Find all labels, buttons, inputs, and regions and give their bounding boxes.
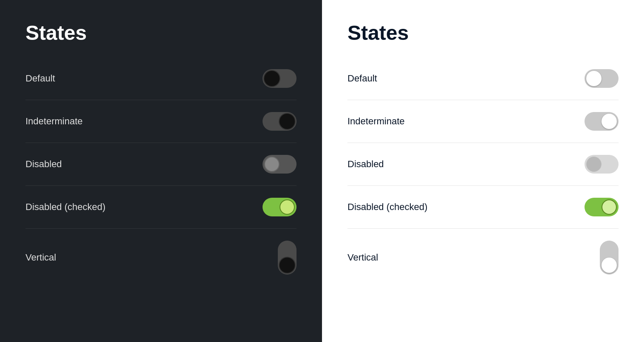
- dark-disabled-toggle: [263, 155, 297, 174]
- light-disabled-row: Disabled: [347, 143, 619, 185]
- dark-disabled-checked-row: Disabled (checked): [25, 186, 297, 228]
- dark-indeterminate-label: Indeterminate: [25, 116, 83, 127]
- light-panel-title: States: [347, 21, 619, 45]
- light-vertical-thumb: [602, 258, 617, 273]
- dark-default-label: Default: [25, 73, 55, 84]
- dark-disabled-checked-toggle: [263, 198, 297, 216]
- dark-vertical-row: Vertical: [25, 229, 297, 286]
- light-indeterminate-toggle[interactable]: [585, 112, 619, 131]
- dark-disabled-label: Disabled: [25, 159, 62, 170]
- light-disabled-toggle: [585, 155, 619, 174]
- dark-default-row: Default: [25, 57, 297, 100]
- dark-panel: States Default Indeterminate Disabled Di…: [0, 0, 322, 342]
- dark-indeterminate-toggle[interactable]: [263, 112, 297, 131]
- dark-panel-title: States: [25, 21, 297, 45]
- dark-default-toggle[interactable]: [263, 69, 297, 88]
- light-vertical-label: Vertical: [347, 252, 378, 263]
- dark-vertical-toggle[interactable]: [278, 241, 297, 275]
- dark-vertical-thumb: [280, 258, 295, 273]
- dark-default-thumb: [264, 71, 280, 86]
- light-disabled-checked-toggle: [585, 198, 619, 216]
- light-disabled-thumb: [586, 157, 602, 172]
- light-default-thumb: [586, 71, 602, 86]
- light-disabled-checked-row: Disabled (checked): [347, 186, 619, 228]
- light-default-row: Default: [347, 57, 619, 100]
- light-disabled-label: Disabled: [347, 159, 384, 170]
- light-default-label: Default: [347, 73, 377, 84]
- light-default-toggle[interactable]: [585, 69, 619, 88]
- light-indeterminate-thumb: [602, 114, 617, 129]
- light-vertical-toggle[interactable]: [600, 241, 619, 275]
- dark-indeterminate-thumb: [280, 114, 295, 129]
- light-vertical-row: Vertical: [347, 229, 619, 286]
- light-panel: States Default Indeterminate Disabled Di…: [322, 0, 644, 342]
- light-disabled-checked-label: Disabled (checked): [347, 202, 427, 213]
- dark-disabled-checked-thumb: [280, 199, 295, 215]
- dark-disabled-row: Disabled: [25, 143, 297, 185]
- light-indeterminate-row: Indeterminate: [347, 100, 619, 143]
- light-indeterminate-label: Indeterminate: [347, 116, 405, 127]
- light-disabled-checked-thumb: [602, 199, 617, 215]
- dark-indeterminate-row: Indeterminate: [25, 100, 297, 143]
- dark-disabled-thumb: [264, 157, 280, 172]
- dark-disabled-checked-label: Disabled (checked): [25, 202, 105, 213]
- dark-vertical-label: Vertical: [25, 252, 56, 263]
